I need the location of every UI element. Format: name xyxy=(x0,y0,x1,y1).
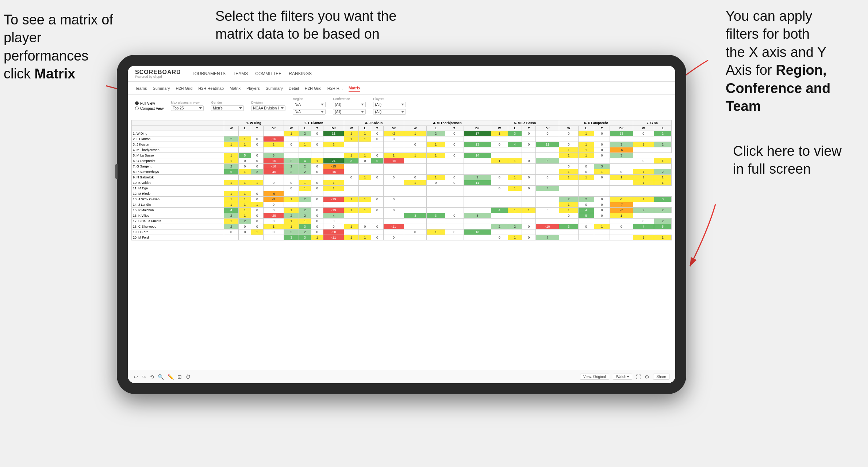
matrix-cell xyxy=(508,153,522,158)
matrix-cell: 0 xyxy=(311,142,323,147)
player-name-cell: 17. S De La Fuente xyxy=(132,219,224,224)
zoom-icon[interactable]: 🔍 xyxy=(158,374,164,380)
matrix-cell: 3 xyxy=(508,131,522,136)
matrix-cell xyxy=(371,180,384,186)
gender-select[interactable]: Men's xyxy=(211,105,244,111)
matrix-cell: 0 xyxy=(610,224,633,229)
matrix-cell: 0 xyxy=(522,186,536,191)
matrix-cell xyxy=(404,164,427,169)
matrix-cell: 5 xyxy=(654,224,672,229)
tab-summary2[interactable]: Summary xyxy=(266,85,283,91)
tab-matrix-active[interactable]: Matrix xyxy=(349,85,360,92)
matrix-cell: 0 xyxy=(311,197,323,202)
matrix-cell xyxy=(508,136,522,142)
matrix-cell: 0 xyxy=(491,235,508,240)
matrix-cell: 0 xyxy=(536,175,559,180)
matrix-cell: 0 xyxy=(251,224,264,229)
matrix-cell xyxy=(323,175,344,180)
matrix-cell xyxy=(311,175,323,180)
redo-icon[interactable]: ↪ xyxy=(142,374,146,380)
matrix-cell: 4 xyxy=(491,208,508,213)
conference-select-2[interactable]: (All) xyxy=(333,109,366,115)
table-row: 4. M Thorbjornsen110-6 xyxy=(132,147,672,153)
tab-teams[interactable]: Teams xyxy=(135,85,147,91)
matrix-cell xyxy=(522,169,536,175)
tab-h2h-grid[interactable]: H2H Grid xyxy=(176,85,192,91)
annotation-right: You can apply filters for both the X axi… xyxy=(726,7,861,115)
matrix-cell: 0 xyxy=(491,175,508,180)
annotation-left: To see a matrix of player performances c… xyxy=(4,11,117,83)
watch-button[interactable]: Watch ▾ xyxy=(613,374,633,380)
matrix-cell: 0 xyxy=(311,224,323,229)
matrix-cell: 2 xyxy=(654,131,672,136)
matrix-cell xyxy=(426,208,445,213)
matrix-cell: 1 xyxy=(344,208,359,213)
annotate-icon[interactable]: ✏️ xyxy=(168,374,174,380)
matrix-cell: 0 xyxy=(426,180,445,186)
tab-h2h-grid2[interactable]: H2H Grid xyxy=(305,85,322,91)
timer-icon[interactable]: ⏱ xyxy=(185,374,191,380)
matrix-cell xyxy=(594,158,610,164)
matrix-cell: -25 xyxy=(263,213,284,219)
col-header-6: 6. C Lamprecht xyxy=(559,120,633,126)
tab-summary[interactable]: Summary xyxy=(153,85,170,91)
region-select-1[interactable]: N/A xyxy=(293,102,326,107)
matrix-cell: 3 xyxy=(299,235,311,240)
matrix-cell xyxy=(284,153,299,158)
players-select-2[interactable]: (All) xyxy=(373,109,406,115)
tab-players[interactable]: Players xyxy=(246,85,260,91)
players-select-1[interactable]: (All) xyxy=(373,102,406,107)
matrix-cell xyxy=(522,213,536,219)
zoom-fit-icon[interactable]: ⊡ xyxy=(177,374,182,380)
matrix-cell: 1 xyxy=(508,235,522,240)
matrix-cell xyxy=(536,169,559,175)
matrix-cell: -16 xyxy=(383,158,404,164)
matrix-cell: -19 xyxy=(323,208,344,213)
matrix-cell xyxy=(445,169,464,175)
matrix-cell xyxy=(491,136,508,142)
annotation-bottom-right: Click here to view in full screen xyxy=(733,142,857,178)
matrix-cell: 0 xyxy=(371,175,384,180)
matrix-cell xyxy=(426,158,445,164)
undo2-icon[interactable]: ⟲ xyxy=(150,374,154,380)
matrix-cell: 2 xyxy=(299,164,311,169)
filter-region: Region N/A N/A xyxy=(293,97,326,115)
matrix-cell xyxy=(299,202,311,208)
compact-view-option[interactable]: Compact View xyxy=(135,107,164,111)
matrix-cell: 0 xyxy=(311,229,323,235)
matrix-cell: 0 xyxy=(445,229,464,235)
share-button[interactable]: Share xyxy=(653,374,669,380)
matrix-cell xyxy=(610,219,633,224)
matrix-cell: -6 xyxy=(610,147,633,153)
matrix-cell: 1 xyxy=(383,153,404,158)
matrix-cell: 1 xyxy=(359,153,371,158)
tab-detail[interactable]: Detail xyxy=(289,85,299,91)
tab-matrix-first[interactable]: Matrix xyxy=(230,85,241,91)
nav-rankings[interactable]: RANKINGS xyxy=(289,70,312,78)
nav-teams[interactable]: TEAMS xyxy=(233,70,248,78)
table-row: 8. P Summerhays512-46220-16101012 xyxy=(132,169,672,175)
matrix-cell: -6 xyxy=(263,191,284,197)
matrix-cell: 0 xyxy=(251,197,264,202)
max-players-select[interactable]: Top 25 xyxy=(171,105,204,111)
nav-committee[interactable]: COMMITTEE xyxy=(255,70,281,78)
undo-icon[interactable]: ↩ xyxy=(134,374,138,380)
tab-h2h-heatmap[interactable]: H2H Heatmap xyxy=(198,85,224,91)
view-original-button[interactable]: View: Original xyxy=(580,374,609,380)
settings-icon[interactable]: ⚙ xyxy=(645,374,649,380)
matrix-cell: 0 xyxy=(323,224,344,229)
division-select[interactable]: NCAA Division I xyxy=(251,105,285,111)
matrix-cell xyxy=(536,153,559,158)
region-select-2[interactable]: N/A xyxy=(293,109,326,115)
matrix-cell: 1 xyxy=(559,169,578,175)
fullscreen-icon[interactable]: ⛶ xyxy=(636,374,641,380)
conference-select-1[interactable]: (All) xyxy=(333,102,366,107)
nav-tournaments[interactable]: TOURNAMENTS xyxy=(192,70,226,78)
full-view-option[interactable]: Full View xyxy=(135,101,164,105)
matrix-area[interactable]: 1. W Ding 2. L Clanton 3. J Koivun 4. M … xyxy=(128,117,675,370)
tab-h2h-h[interactable]: H2H H... xyxy=(327,85,343,91)
matrix-cell xyxy=(508,213,522,219)
matrix-cell: 1 xyxy=(344,197,359,202)
matrix-cell: 0 xyxy=(251,213,264,219)
matrix-cell xyxy=(383,186,404,191)
